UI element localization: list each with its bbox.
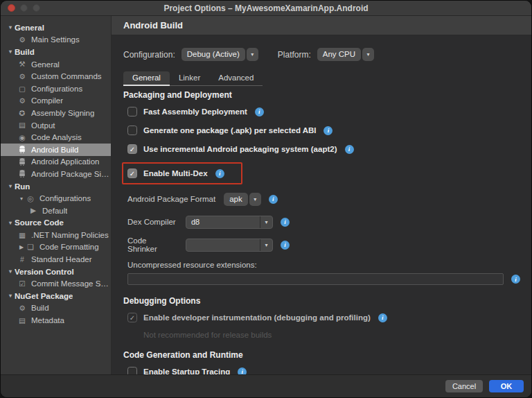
info-icon[interactable]: i — [281, 218, 290, 227]
options-sidebar: ▾General⚙Main Settings▾Build⚒General⚙Cus… — [1, 16, 112, 374]
generate-one-package-apk-per-selected-abi-checkbox[interactable] — [127, 126, 137, 135]
disclosure-open-icon[interactable]: ▾ — [6, 268, 15, 275]
output-icon: ▤ — [17, 121, 27, 129]
platform-value: Any CPU — [317, 48, 361, 61]
sidebar-item-label: Code Formatting — [39, 243, 99, 251]
sidebar-item-default[interactable]: ▶Default — [1, 205, 111, 217]
checkbox-label: Generate one package (.apk) per selected… — [143, 126, 316, 135]
page-title: Android Build — [123, 20, 183, 31]
sidebar-item-assembly-signing[interactable]: ✪Assembly Signing — [1, 107, 111, 119]
sidebar-item-label: NuGet Package — [15, 292, 73, 300]
sidebar-item-compiler[interactable]: ⚙Compiler — [1, 95, 111, 107]
sidebar-item-metadata[interactable]: ▤Metadata — [1, 314, 111, 327]
configuration-dropdown[interactable]: Debug (Active) ▾ — [181, 48, 258, 61]
disclosure-open-icon[interactable]: ▾ — [6, 220, 15, 226]
sidebar-group-version-control[interactable]: ▾Version Control — [1, 266, 111, 278]
info-icon[interactable]: i — [215, 169, 224, 178]
sidebar-item-label: Default — [42, 207, 67, 215]
checkbox-row-enable-multi-dex-highlight: ✓Enable Multi-Dexi — [122, 162, 242, 184]
checkbox-row-generate-one-package-apk-per-selected-abi: Generate one package (.apk) per selected… — [127, 125, 520, 136]
sidebar-item-code-analysis[interactable]: ◉Code Analysis — [1, 131, 111, 144]
sidebar-item-label: Android Build — [31, 146, 78, 154]
disclosure-open-icon[interactable]: ▾ — [6, 24, 15, 31]
disclosure-open-icon[interactable]: ▾ — [17, 196, 26, 202]
sidebar-item-commit-message-style[interactable]: ☑Commit Message Style — [1, 277, 111, 290]
sidebar-item-general[interactable]: ⚒General — [1, 58, 111, 71]
dropdown-value: d8 — [186, 218, 260, 226]
sidebar-item-net-naming-policies[interactable]: ▦.NET Naming Policies — [1, 229, 111, 241]
cancel-button[interactable]: Cancel — [445, 380, 483, 392]
close-button[interactable] — [8, 4, 15, 12]
naming-icon: ▦ — [17, 232, 27, 239]
zoom-button[interactable] — [33, 4, 40, 12]
window-icon: ▢ — [17, 85, 27, 93]
dropdown-row-dex-compiler: Dex Compilerd8▾i — [127, 215, 520, 229]
sidebar-item-main-settings[interactable]: ⚙Main Settings — [1, 34, 111, 46]
ok-button[interactable]: OK — [489, 380, 524, 392]
sidebar-item-configurations[interactable]: ▢Configurations — [1, 83, 111, 95]
sidebar-item-android-application[interactable]: Android Application — [1, 156, 111, 168]
sidebar-item-output[interactable]: ▤Output — [1, 119, 111, 132]
sidebar-group-build[interactable]: ▾Build — [1, 46, 111, 58]
sidebar-item-label: .NET Naming Policies — [31, 231, 109, 239]
uncompressed-resource-extensions-input[interactable] — [127, 273, 504, 285]
traffic-lights — [8, 4, 40, 12]
enable-multi-dex-checkbox[interactable]: ✓ — [127, 168, 137, 178]
disclosure-closed-icon[interactable]: ▶ — [17, 244, 26, 250]
dex-compiler-dropdown[interactable]: d8▾ — [186, 216, 273, 229]
compiler-icon: ⚙ — [17, 97, 27, 105]
info-icon[interactable]: i — [238, 367, 247, 375]
use-incremental-android-packaging-system-aapt2-checkbox[interactable]: ✓ — [127, 144, 137, 154]
info-icon[interactable]: i — [255, 107, 264, 116]
sidebar-item-code-formatting[interactable]: ▶❏Code Formatting — [1, 241, 111, 254]
field-label-uncompressed-resource-extensions: Uncompressed resource extensions: — [127, 261, 520, 269]
fast-assembly-deployment-checkbox[interactable] — [127, 107, 137, 116]
info-icon[interactable]: i — [345, 145, 354, 154]
sidebar-item-configurations[interactable]: ▾◎Configurations — [1, 192, 111, 205]
android-icon — [17, 169, 27, 179]
sidebar-group-run[interactable]: ▾Run — [1, 180, 111, 193]
check-circle-icon: ☑ — [17, 280, 27, 288]
section-header-debugging-options: Debugging Options — [123, 296, 520, 306]
sidebar-group-source-code[interactable]: ▾Source Code — [1, 217, 111, 230]
sidebar-item-standard-header[interactable]: #Standard Header — [1, 253, 111, 266]
tab-bar: GeneralLinkerAdvanced — [123, 71, 263, 86]
sidebar-item-label: Custom Commands — [31, 72, 102, 80]
title-bar: Project Options – MyAwesomeXamarinApp.An… — [1, 1, 531, 16]
info-icon[interactable]: i — [511, 275, 520, 284]
sidebar-group-nuget-package[interactable]: ▾NuGet Package — [1, 290, 111, 302]
sidebar-item-android-package-signing[interactable]: Android Package Signing — [1, 168, 111, 180]
info-icon[interactable]: i — [269, 195, 278, 204]
gear-icon: ⚙ — [17, 304, 27, 312]
tab-general[interactable]: General — [123, 71, 170, 86]
sidebar-item-label: Android Package Signing — [31, 170, 111, 178]
chevron-down-icon: ▾ — [249, 193, 261, 206]
tab-linker[interactable]: Linker — [170, 71, 209, 85]
platform-label: Platform: — [278, 50, 311, 60]
checkbox-label: Fast Assembly Deployment — [143, 107, 247, 116]
document-icon: ❏ — [26, 243, 35, 251]
android-icon — [17, 157, 27, 167]
section-header-packaging-and-deployment: Packaging and Deployment — [123, 90, 520, 100]
info-icon[interactable]: i — [378, 313, 387, 322]
dropdown-label: Code Shrinker — [127, 236, 177, 253]
info-icon[interactable]: i — [323, 126, 332, 135]
sidebar-item-custom-commands[interactable]: ⚙Custom Commands — [1, 70, 111, 83]
enable-startup-tracing-checkbox[interactable] — [127, 367, 137, 374]
sidebar-item-build[interactable]: ⚙Build — [1, 302, 111, 315]
sidebar-item-label: General — [15, 24, 44, 32]
textfield-row: i — [127, 273, 520, 285]
disclosure-open-icon[interactable]: ▾ — [6, 183, 15, 189]
minimize-button[interactable] — [20, 4, 28, 12]
info-icon[interactable]: i — [281, 241, 290, 250]
disclosure-open-icon[interactable]: ▾ — [6, 49, 15, 55]
android-package-format-dropdown[interactable]: apk▾ — [224, 193, 261, 206]
disclosure-open-icon[interactable]: ▾ — [6, 293, 15, 299]
platform-dropdown[interactable]: Any CPU ▾ — [317, 48, 374, 61]
chevron-down-icon: ▾ — [260, 216, 272, 228]
tab-advanced[interactable]: Advanced — [209, 71, 263, 85]
sidebar-group-general[interactable]: ▾General — [1, 21, 111, 34]
code-shrinker-dropdown[interactable]: ▾ — [186, 239, 273, 252]
metadata-icon: ▤ — [17, 317, 27, 325]
sidebar-item-android-build[interactable]: Android Build — [1, 144, 111, 156]
